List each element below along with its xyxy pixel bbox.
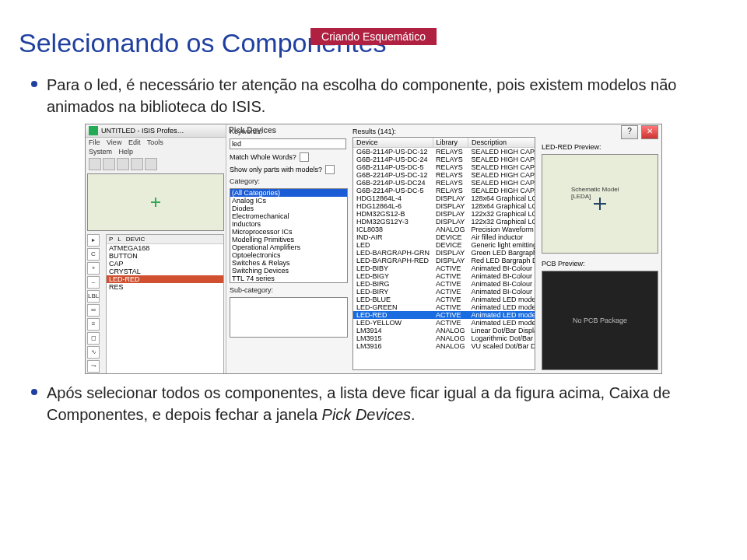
table-row[interactable]: LED-BIGYACTIVEAnimated BI-Colour LED mod… [353, 272, 535, 280]
close-button[interactable]: ✕ [641, 125, 658, 139]
table-row[interactable]: HDG12864L-6DISPLAY128x64 Graphical LCD w… [353, 202, 535, 210]
table-cell: G6B-2214P-US-DC24 [353, 179, 433, 187]
table-cell: SEALED HIGH CAPACITY, HIGH ISOLATED [468, 179, 535, 187]
list-item[interactable]: (All Categories) [230, 189, 347, 197]
menu-tools[interactable]: Tools [147, 138, 163, 146]
list-item[interactable]: ATMEGA168 [107, 244, 223, 252]
table-cell: Animated LED model (Red) [468, 311, 535, 319]
table-cell: DISPLAY [433, 210, 468, 218]
menu-edit[interactable]: Edit [128, 138, 141, 146]
list-item[interactable]: Switching Devices [230, 267, 347, 275]
comp-col-l[interactable]: L [117, 236, 121, 243]
table-row[interactable]: LEDDEVICEGeneric light emitting diode (L… [353, 241, 535, 249]
table-row[interactable]: LED-BIRGACTIVEAnimated BI-Colour LED mod… [353, 280, 535, 288]
list-item[interactable]: Optoelectronics [230, 251, 347, 259]
table-cell: LED-BARGRAPH-GRN [353, 249, 433, 257]
list-item[interactable]: CAP [107, 260, 223, 268]
table-row[interactable]: G6B-2214P-US-DC-5RELAYSSEALED HIGH CAPAC… [353, 187, 535, 194]
tool-label-icon[interactable]: LBL [87, 290, 100, 303]
pick-results-panel: Results (141): Device Library Descriptio… [349, 124, 538, 373]
menu-view[interactable]: View [107, 138, 121, 146]
table-row[interactable]: G6B-2214P-US-DC24RELAYSSEALED HIGH CAPAC… [353, 179, 535, 187]
table-row[interactable]: HDM32GS12-BDISPLAY122x32 Graphical LCD w… [353, 210, 535, 218]
help-button[interactable]: ? [621, 125, 638, 139]
match-whole-checkbox[interactable]: Match Whole Words? [230, 152, 346, 162]
table-row[interactable]: HDM32GS12Y-3DISPLAY122x32 Graphical LCD … [353, 218, 535, 226]
list-item[interactable]: Diodes [230, 205, 347, 212]
table-row[interactable]: IND-AIRDEVICEAir filled inductor [353, 233, 535, 241]
tool-rotate-icon[interactable]: C [87, 248, 100, 261]
table-row[interactable]: LED-GREENACTIVEAnimated LED model (Green… [353, 303, 535, 311]
tool-generator-icon[interactable]: ∿ [87, 346, 100, 359]
menu-system[interactable]: System [89, 148, 112, 156]
col-description[interactable]: Description [468, 138, 535, 148]
comp-col-p[interactable]: P [109, 236, 113, 243]
menu-file[interactable]: File [89, 138, 100, 146]
list-item[interactable]: CRYSTAL [107, 268, 223, 275]
checkbox-icon[interactable] [300, 152, 309, 162]
table-cell: ACTIVE [433, 280, 468, 288]
list-item[interactable]: TTL 74 series [230, 275, 347, 282]
table-cell: RELAYS [433, 163, 468, 171]
table-row[interactable]: LED-YELLOWACTIVEAnimated LED model (Yell… [353, 319, 535, 327]
table-cell: DISPLAY [433, 194, 468, 202]
table-row[interactable]: G6B-2214P-US-DC-12RELAYSSEALED HIGH CAPA… [353, 171, 535, 179]
toolbar-button[interactable] [145, 158, 157, 170]
list-item[interactable]: Modelling Primitives [230, 236, 347, 243]
checkbox-icon[interactable] [325, 165, 335, 174]
list-item[interactable]: Operational Amplifiers [230, 243, 347, 251]
toolbar-button[interactable] [103, 158, 115, 170]
table-row[interactable]: LED-BARGRAPH-REDDISPLAYRed LED Bargraph … [353, 257, 535, 264]
table-row[interactable]: LED-REDACTIVEAnimated LED model (Red) [353, 311, 535, 319]
tool-plus-icon[interactable]: + [87, 262, 100, 275]
subcategory-listbox[interactable] [230, 297, 348, 338]
tool-pointer-icon[interactable]: ▸ [87, 234, 100, 247]
table-row[interactable]: G6B-2114P-US-DC-5RELAYSSEALED HIGH CAPAC… [353, 163, 535, 171]
table-row[interactable]: LM3915ANALOGLogarithmic Dot/Bar Display … [353, 334, 535, 342]
table-cell: HDM32GS12Y-3 [353, 218, 433, 226]
bullet-1: Para o led, é necessário ter atenção na … [28, 74, 728, 117]
table-row[interactable]: LED-BARGRAPH-GRNDISPLAYGreen LED Bargrap… [353, 249, 535, 257]
table-row[interactable]: LED-BLUEACTIVEAnimated LED model (Blue) [353, 296, 535, 303]
isis-toolbar[interactable] [86, 156, 226, 172]
table-row[interactable]: ICL8038ANALOGPrecision Waveform Generato… [353, 226, 535, 233]
tool-bus-icon[interactable]: ≡ [87, 318, 100, 331]
table-row[interactable]: HDG12864L-4DISPLAY128x64 Graphical LCD w… [353, 194, 535, 202]
list-item[interactable]: Analog ICs [230, 197, 347, 205]
toolbar-button[interactable] [89, 158, 101, 170]
toolbar-button[interactable] [131, 158, 143, 170]
results-label: Results (141): [352, 128, 535, 135]
isis-menubar[interactable]: File View Edit Tools [86, 138, 226, 147]
keywords-input[interactable] [230, 138, 346, 149]
tool-wire-icon[interactable]: ═ [87, 304, 100, 317]
table-row[interactable]: LED-BIRYACTIVEAnimated BI-Colour LED mod… [353, 288, 535, 296]
tool-probe-icon[interactable]: ⤳ [87, 360, 100, 373]
tool-terminal-icon[interactable]: ◻ [87, 332, 100, 345]
table-row[interactable]: LM3916ANALOGVU scaled Dot/Bar Display Dr… [353, 342, 535, 350]
table-row[interactable]: G6B-2114P-US-DC-24RELAYSSEALED HIGH CAPA… [353, 156, 535, 163]
only-models-checkbox[interactable]: Show only parts with models? [230, 165, 346, 174]
isis-menubar-2[interactable]: System Help [86, 147, 226, 156]
list-item[interactable]: Inductors [230, 220, 347, 228]
table-row[interactable]: G6B-2114P-US-DC-12RELAYSSEALED HIGH CAPA… [353, 148, 535, 156]
list-item[interactable]: Microprocessor ICs [230, 228, 347, 236]
menu-help[interactable]: Help [119, 148, 134, 156]
component-box[interactable]: P L DEVIC ATMEGA168BUTTONCAPCRYSTALLED-R… [106, 234, 224, 373]
col-library[interactable]: Library [433, 138, 468, 148]
list-item[interactable]: LED-RED [107, 275, 223, 283]
component-list[interactable]: ATMEGA168BUTTONCAPCRYSTALLED-REDRES [107, 244, 223, 291]
list-item[interactable]: RES [107, 283, 223, 291]
tool-minus-icon[interactable]: – [87, 276, 100, 289]
results-table[interactable]: Device Library Description G6B-2114P-US-… [352, 137, 535, 370]
toolbar-button[interactable] [117, 158, 129, 170]
category-listbox[interactable]: (All Categories)Analog ICsDiodesElectrom… [230, 188, 348, 283]
list-item[interactable]: TTL 74LS series [230, 282, 347, 283]
list-item[interactable]: BUTTON [107, 252, 223, 260]
comp-col-device[interactable]: DEVIC [126, 236, 145, 243]
isis-tool-palette[interactable]: ▸ C + – LBL ═ ≡ ◻ ∿ ⤳ [86, 233, 104, 373]
list-item[interactable]: Electromechanical [230, 212, 347, 220]
col-device[interactable]: Device [353, 138, 433, 148]
table-row[interactable]: LED-BIBYACTIVEAnimated BI-Colour LED mod… [353, 264, 535, 272]
list-item[interactable]: Switches & Relays [230, 259, 347, 267]
table-row[interactable]: LM3914ANALOGLinear Dot/Bar Display Drive… [353, 327, 535, 334]
